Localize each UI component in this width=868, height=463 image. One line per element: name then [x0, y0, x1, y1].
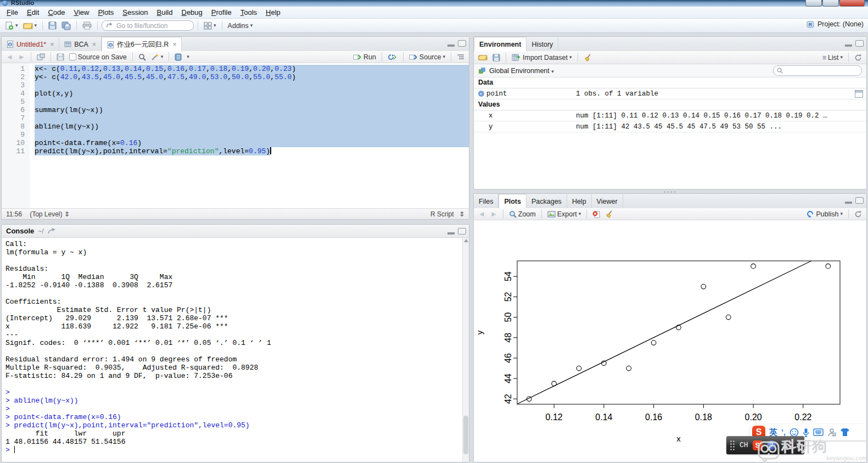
environment-object-row[interactable]: xnum [1:11] 0.11 0.12 0.13 0.14 0.15 0.1… — [474, 110, 866, 121]
import-dataset-button[interactable]: Import Dataset ▾ — [510, 53, 574, 63]
refresh-button[interactable] — [853, 53, 864, 62]
more-button[interactable]: ▾ — [185, 53, 191, 60]
document-outline-button[interactable] — [455, 53, 466, 61]
editor-tab-3[interactable]: R作业6一元回归.R× — [102, 37, 182, 52]
code-editor[interactable]: 1234567891011 x<- c(0.11,0.12,0.13,0.14,… — [2, 63, 469, 208]
addins-button[interactable]: Addins ▾ — [226, 21, 255, 31]
code-line[interactable] — [35, 131, 469, 139]
menu-session[interactable]: Session — [118, 7, 152, 18]
workspace-tab-viewer[interactable]: Viewer — [592, 194, 623, 208]
goto-file-box[interactable] — [102, 20, 194, 31]
menu-file[interactable]: File — [2, 7, 23, 18]
next-plot-button[interactable]: ► — [489, 209, 499, 219]
clear-all-plots-button[interactable] — [603, 209, 615, 219]
remove-plot-button[interactable] — [591, 209, 602, 219]
maximize-pane-icon[interactable] — [458, 228, 466, 235]
minimize-pane-icon[interactable] — [447, 40, 455, 47]
goto-working-dir-icon[interactable] — [48, 228, 56, 234]
ime-voice-icon[interactable] — [803, 428, 809, 437]
project-menu-button[interactable]: R Project: (None) — [807, 20, 864, 28]
workspace-panes-button[interactable]: ▾ — [202, 21, 218, 31]
console-working-dir[interactable]: ~/ — [38, 227, 43, 235]
ime-punctuation-icon[interactable]: ’, — [781, 428, 786, 437]
workspace-tab-packages[interactable]: Packages — [527, 194, 567, 208]
save-button[interactable] — [47, 20, 58, 31]
console-scrollbar[interactable] — [462, 238, 469, 462]
menu-help[interactable]: Help — [261, 7, 285, 18]
console-output[interactable]: Call:lm(formula = y ~ x) Residuals: Min … — [2, 238, 463, 462]
scope-selector[interactable]: (Top Level) ⇕ — [30, 210, 70, 218]
refresh-plot-button[interactable] — [853, 209, 864, 219]
minimize-pane-icon[interactable] — [447, 228, 455, 235]
menu-profile[interactable]: Profile — [207, 7, 236, 18]
find-replace-button[interactable] — [137, 52, 148, 62]
scroll-thumb[interactable] — [463, 416, 468, 454]
menu-code[interactable]: Code — [43, 7, 69, 18]
maximize-pane-icon[interactable] — [855, 40, 864, 47]
editor-tab-1[interactable]: RUntitled1*× — [2, 37, 59, 51]
workspace-tab-files[interactable]: Files — [474, 194, 499, 208]
nav-back-button[interactable]: ◄ — [4, 52, 15, 62]
scroll-up-icon[interactable] — [464, 239, 468, 242]
menu-view[interactable]: View — [69, 7, 93, 18]
source-button[interactable]: Source ▾ — [407, 52, 447, 62]
maximize-button[interactable] — [822, 0, 839, 7]
save-doc-button[interactable] — [55, 52, 66, 62]
nav-forward-button[interactable]: ► — [16, 52, 27, 62]
minimize-pane-icon[interactable] — [845, 197, 852, 204]
environment-selector[interactable]: Global Environment ▾ — [489, 67, 554, 75]
editor-tab-2[interactable]: BCA× — [59, 37, 102, 51]
menu-tools[interactable]: Tools — [236, 7, 261, 18]
menu-edit[interactable]: Edit — [23, 7, 43, 18]
code-line[interactable]: summary(lm(y~x)) — [35, 106, 469, 114]
menu-build[interactable]: Build — [153, 7, 177, 18]
language-indicator[interactable]: CH — [740, 441, 748, 449]
environment-tab-environment[interactable]: Environment — [474, 37, 527, 52]
minimize-pane-icon[interactable] — [845, 40, 852, 47]
maximize-pane-icon[interactable] — [458, 40, 466, 47]
code-line[interactable]: y<- c(42.0,43.5,45.0,45.5,45.0,47.5,49.0… — [35, 73, 469, 81]
code-line[interactable] — [35, 81, 469, 90]
code-line[interactable]: plot(x,y) — [35, 90, 469, 98]
ime-toolbox-icon[interactable] — [840, 428, 850, 437]
zoom-plot-button[interactable]: Zoom — [507, 209, 537, 219]
save-all-button[interactable] — [60, 20, 72, 31]
code-line[interactable]: predict(lm(y~x),point,interval="predicti… — [35, 147, 469, 155]
code-lines[interactable]: x<- c(0.11,0.12,0.13,0.14,0.15,0.16,0.17… — [30, 63, 469, 208]
open-file-button[interactable]: ▾ — [21, 20, 39, 31]
environment-search-box[interactable] — [773, 65, 862, 76]
publish-button[interactable]: Publish ▾ — [804, 209, 844, 219]
compile-report-button[interactable] — [173, 52, 183, 62]
expand-object-icon[interactable]: ▸ — [478, 91, 484, 97]
workspace-tab-help[interactable]: Help — [567, 194, 592, 208]
maximize-pane-icon[interactable] — [855, 197, 864, 204]
menu-plots[interactable]: Plots — [93, 7, 118, 18]
menu-debug[interactable]: Debug — [177, 7, 207, 18]
code-tools-button[interactable]: ▾ — [149, 52, 165, 62]
code-line[interactable]: abline(lm(y~x)) — [35, 122, 469, 131]
code-line[interactable] — [35, 114, 469, 122]
clear-objects-button[interactable] — [582, 53, 593, 63]
pane-splitter-grip[interactable] — [663, 191, 677, 193]
environment-search-input[interactable] — [785, 67, 848, 75]
previous-plot-button[interactable]: ◄ — [477, 209, 487, 219]
view-table-icon[interactable] — [855, 90, 863, 98]
tab-close-icon[interactable]: × — [172, 41, 176, 48]
workspace-tab-plots[interactable]: Plots — [499, 194, 527, 209]
new-file-button[interactable]: ▾ — [3, 20, 20, 31]
source-on-save-checkbox[interactable]: Source on Save — [68, 52, 128, 62]
ime-skin-icon[interactable]: 13 — [827, 428, 836, 437]
tab-close-icon[interactable]: × — [50, 41, 54, 48]
save-workspace-button[interactable] — [491, 53, 502, 63]
drag-handle-icon[interactable] — [730, 440, 735, 451]
run-button[interactable]: Run — [351, 52, 378, 62]
rerun-button[interactable] — [386, 53, 399, 62]
close-button[interactable] — [839, 0, 865, 7]
tab-close-icon[interactable]: × — [92, 41, 96, 48]
minimize-button[interactable] — [805, 0, 822, 7]
code-line[interactable]: x<- c(0.11,0.12,0.13,0.14,0.15,0.16,0.17… — [35, 65, 469, 73]
popout-window-button[interactable] — [35, 52, 47, 62]
ime-emoji-icon[interactable] — [789, 428, 799, 437]
ime-keyboard-icon[interactable] — [813, 428, 824, 436]
file-type-selector[interactable]: R Script ⇕ — [430, 210, 464, 218]
